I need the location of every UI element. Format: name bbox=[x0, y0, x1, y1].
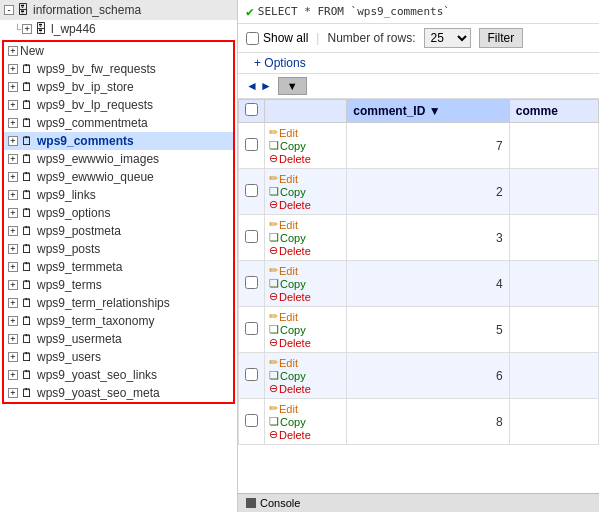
data-table: comment_ID ▼ comme ✏ Edit ❏ Copy ⊖ Delet… bbox=[238, 99, 599, 445]
expand-4[interactable]: + bbox=[8, 136, 18, 146]
expand-3[interactable]: + bbox=[8, 118, 18, 128]
delete-link[interactable]: ⊖ Delete bbox=[269, 290, 342, 303]
edit-link[interactable]: ✏ Edit bbox=[269, 264, 342, 277]
expand-6[interactable]: + bbox=[8, 172, 18, 182]
table-item-6[interactable]: + 🗒 wps9_ewwwio_queue bbox=[4, 168, 233, 186]
copy-link[interactable]: ❏ Copy bbox=[269, 323, 342, 336]
copy-link[interactable]: ❏ Copy bbox=[269, 415, 342, 428]
show-all-checkbox[interactable] bbox=[246, 32, 259, 45]
col-cb bbox=[239, 100, 265, 123]
table-item-10[interactable]: + 🗒 wps9_posts bbox=[4, 240, 233, 258]
table-item-3[interactable]: + 🗒 wps9_commentmeta bbox=[4, 114, 233, 132]
filter-button[interactable]: Filter bbox=[479, 28, 524, 48]
expand-8[interactable]: + bbox=[8, 208, 18, 218]
expand-icon-wp446[interactable]: + bbox=[22, 24, 32, 34]
col-comment-id[interactable]: comment_ID ▼ bbox=[347, 100, 509, 123]
expand-10[interactable]: + bbox=[8, 244, 18, 254]
table-icon-1: 🗒 bbox=[20, 80, 34, 94]
tree-item-l-wp446[interactable]: └ + 🗄 l_wp446 bbox=[0, 20, 237, 38]
delete-link[interactable]: ⊖ Delete bbox=[269, 382, 342, 395]
expand-7[interactable]: + bbox=[8, 190, 18, 200]
copy-link[interactable]: ❏ Copy bbox=[269, 277, 342, 290]
edit-link[interactable]: ✏ Edit bbox=[269, 356, 342, 369]
expand-0[interactable]: + bbox=[8, 64, 18, 74]
sql-bar: ✔ SELECT * FROM `wps9_comments` bbox=[238, 0, 599, 24]
delete-link[interactable]: ⊖ Delete bbox=[269, 152, 342, 165]
copy-link[interactable]: ❏ Copy bbox=[269, 139, 342, 152]
tree-item-new[interactable]: + New bbox=[4, 42, 233, 60]
copy-link[interactable]: ❏ Copy bbox=[269, 231, 342, 244]
table-label-15: wps9_usermeta bbox=[37, 332, 122, 346]
row-checkbox[interactable] bbox=[245, 138, 258, 151]
expand-icon[interactable]: - bbox=[4, 5, 14, 15]
table-item-14[interactable]: + 🗒 wps9_term_taxonomy bbox=[4, 312, 233, 330]
table-item-5[interactable]: + 🗒 wps9_ewwwio_images bbox=[4, 150, 233, 168]
table-item-7[interactable]: + 🗒 wps9_links bbox=[4, 186, 233, 204]
table-label-18: wps9_yoast_seo_meta bbox=[37, 386, 160, 400]
edit-link[interactable]: ✏ Edit bbox=[269, 310, 342, 323]
rows-select[interactable]: 25 50 100 250 500 bbox=[424, 28, 471, 48]
expand-11[interactable]: + bbox=[8, 262, 18, 272]
row-checkbox[interactable] bbox=[245, 368, 258, 381]
delete-link[interactable]: ⊖ Delete bbox=[269, 244, 342, 257]
table-item-13[interactable]: + 🗒 wps9_term_relationships bbox=[4, 294, 233, 312]
table-item-18[interactable]: + 🗒 wps9_yoast_seo_meta bbox=[4, 384, 233, 402]
copy-link[interactable]: ❏ Copy bbox=[269, 369, 342, 382]
edit-link[interactable]: ✏ Edit bbox=[269, 126, 342, 139]
copy-link[interactable]: ❏ Copy bbox=[269, 185, 342, 198]
delete-link[interactable]: ⊖ Delete bbox=[269, 336, 342, 349]
delete-link[interactable]: ⊖ Delete bbox=[269, 198, 342, 211]
table-item-8[interactable]: + 🗒 wps9_options bbox=[4, 204, 233, 222]
table-icon-9: 🗒 bbox=[20, 224, 34, 238]
expand-13[interactable]: + bbox=[8, 298, 18, 308]
col-comme[interactable]: comme bbox=[509, 100, 598, 123]
table-label-8: wps9_options bbox=[37, 206, 110, 220]
table-item-0[interactable]: + 🗒 wps9_bv_fw_requests bbox=[4, 60, 233, 78]
table-item-4[interactable]: + 🗒 wps9_comments bbox=[4, 132, 233, 150]
id-cell: 8 bbox=[347, 399, 509, 445]
expand-5[interactable]: + bbox=[8, 154, 18, 164]
expand-15[interactable]: + bbox=[8, 334, 18, 344]
tree-root-information-schema[interactable]: - 🗄 information_schema bbox=[0, 0, 237, 20]
expand-new[interactable]: + bbox=[8, 46, 18, 56]
table-item-17[interactable]: + 🗒 wps9_yoast_seo_links bbox=[4, 366, 233, 384]
sort-button[interactable]: ▼ bbox=[278, 77, 307, 95]
data-table-container: comment_ID ▼ comme ✏ Edit ❏ Copy ⊖ Delet… bbox=[238, 99, 599, 493]
table-label-1: wps9_bv_ip_store bbox=[37, 80, 134, 94]
row-checkbox[interactable] bbox=[245, 276, 258, 289]
select-all-checkbox[interactable] bbox=[245, 103, 258, 116]
row-checkbox[interactable] bbox=[245, 230, 258, 243]
expand-17[interactable]: + bbox=[8, 370, 18, 380]
row-checkbox[interactable] bbox=[245, 184, 258, 197]
sql-query: SELECT * FROM `wps9_comments` bbox=[258, 5, 450, 18]
left-arrow-icon[interactable]: ◄ bbox=[246, 79, 258, 93]
expand-12[interactable]: + bbox=[8, 280, 18, 290]
edit-link[interactable]: ✏ Edit bbox=[269, 172, 342, 185]
table-label-6: wps9_ewwwio_queue bbox=[37, 170, 154, 184]
edit-link[interactable]: ✏ Edit bbox=[269, 402, 342, 415]
schema-icon: 🗄 bbox=[34, 22, 48, 36]
action-cell: ✏ Edit ❏ Copy ⊖ Delete bbox=[265, 353, 347, 399]
expand-9[interactable]: + bbox=[8, 226, 18, 236]
delete-link[interactable]: ⊖ Delete bbox=[269, 428, 342, 441]
expand-18[interactable]: + bbox=[8, 388, 18, 398]
edit-link[interactable]: ✏ Edit bbox=[269, 218, 342, 231]
options-link[interactable]: + Options bbox=[246, 54, 314, 72]
show-all-container: Show all bbox=[246, 31, 308, 45]
table-item-12[interactable]: + 🗒 wps9_terms bbox=[4, 276, 233, 294]
table-item-16[interactable]: + 🗒 wps9_users bbox=[4, 348, 233, 366]
expand-2[interactable]: + bbox=[8, 100, 18, 110]
row-checkbox[interactable] bbox=[245, 414, 258, 427]
table-item-15[interactable]: + 🗒 wps9_usermeta bbox=[4, 330, 233, 348]
table-row: ✏ Edit ❏ Copy ⊖ Delete3 bbox=[239, 215, 599, 261]
expand-16[interactable]: + bbox=[8, 352, 18, 362]
new-label: New bbox=[20, 44, 44, 58]
right-arrow-icon[interactable]: ► bbox=[260, 79, 272, 93]
table-item-1[interactable]: + 🗒 wps9_bv_ip_store bbox=[4, 78, 233, 96]
table-item-11[interactable]: + 🗒 wps9_termmeta bbox=[4, 258, 233, 276]
row-checkbox[interactable] bbox=[245, 322, 258, 335]
expand-14[interactable]: + bbox=[8, 316, 18, 326]
table-item-2[interactable]: + 🗒 wps9_bv_lp_requests bbox=[4, 96, 233, 114]
expand-1[interactable]: + bbox=[8, 82, 18, 92]
table-item-9[interactable]: + 🗒 wps9_postmeta bbox=[4, 222, 233, 240]
